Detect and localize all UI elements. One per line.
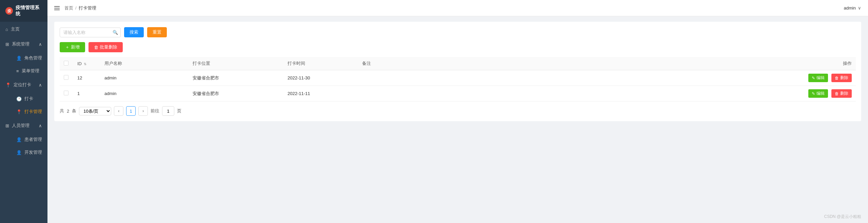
page-content: 🔍 搜索 重置 ＋ 新增 🗑 批量删除 (47, 16, 868, 223)
sidebar-logo: 疫 疫情管理系统 (0, 0, 47, 22)
row2-remark (358, 86, 802, 101)
sidebar-item-checkin[interactable]: 🕐 打卡 (11, 92, 47, 105)
grid2-icon: ⊞ (5, 123, 9, 128)
row2-location: 安徽省合肥市 (189, 86, 283, 101)
sidebar-item-label: 主页 (11, 26, 20, 32)
search-input[interactable] (60, 27, 121, 37)
sidebar-group-location[interactable]: 📍 定位打卡 ∧ (0, 77, 47, 92)
per-page-select[interactable]: 10条/页 20条/页 50条/页 (79, 107, 111, 115)
breadcrumb: 首页 / 打卡管理 (54, 5, 96, 11)
search-icon-btn[interactable]: 🔍 (113, 30, 118, 35)
chevron-up-icon: ∧ (39, 42, 42, 47)
row1-remark (358, 70, 802, 86)
pagination-bar: 共 2 条 10条/页 20条/页 50条/页 ‹ 1 › 前往 页 (60, 106, 856, 116)
breadcrumb-home[interactable]: 首页 (64, 5, 73, 11)
chevron-up-icon: ∧ (39, 123, 42, 128)
table-row: 12 admin 安徽省合肥市 2022-11-30 ✎ 编辑 🗑 (60, 70, 856, 86)
sidebar-item-label: 患者管理 (24, 136, 42, 143)
col-time-header: 打卡时间 (283, 57, 358, 70)
id-sort-icon[interactable]: ⇅ (84, 62, 86, 66)
data-table: ID ⇅ 用户名称 打卡位置 打卡时间 备注 (60, 57, 856, 101)
col-id-header: ID ⇅ (73, 57, 100, 70)
table-header-row: ID ⇅ 用户名称 打卡位置 打卡时间 备注 (60, 57, 856, 70)
plus-icon: ＋ (65, 44, 70, 50)
row1-check (60, 70, 73, 86)
footer-watermark: CSDN @是云小粗粗 (824, 214, 861, 220)
reset-button[interactable]: 重置 (147, 27, 167, 37)
edit-icon: ✎ (812, 76, 815, 80)
chevron-up-icon: ∧ (39, 82, 42, 88)
sidebar-item-label: 开发管理 (24, 149, 42, 155)
row2-delete-button[interactable]: 🗑 删除 (831, 89, 852, 98)
sidebar-item-menu-mgmt[interactable]: ≡ 菜单管理 (11, 64, 47, 77)
total-suffix: 条 (72, 108, 76, 114)
col-username-header: 用户名称 (100, 57, 189, 70)
breadcrumb-current: 打卡管理 (79, 5, 96, 11)
col-check-header (60, 57, 73, 70)
sidebar-item-label: 菜单管理 (22, 68, 39, 74)
row1-checkbox[interactable] (64, 75, 68, 80)
sidebar-item-role-mgmt[interactable]: 👤 角色管理 (11, 52, 47, 64)
goto-prefix: 前往 (151, 108, 159, 114)
row2-action: ✎ 编辑 🗑 删除 (802, 86, 856, 101)
select-all-checkbox[interactable] (64, 61, 68, 66)
sidebar-item-label: 打卡管理 (24, 109, 42, 115)
location-icon: 📍 (5, 82, 11, 88)
hamburger-icon[interactable] (54, 6, 60, 10)
edit-icon2: ✎ (812, 91, 815, 96)
sidebar: 疫 疫情管理系统 ⌂ 主页 ⊞ 系统管理 ∧ 👤 角色管理 ≡ 菜单管理 📍 定… (0, 0, 47, 223)
admin-arrow[interactable]: ∨ (858, 5, 861, 11)
header: 首页 / 打卡管理 admin ∨ (47, 0, 868, 16)
sidebar-group-sys-mgmt[interactable]: ⊞ 系统管理 ∧ (0, 37, 47, 52)
admin-label: admin (844, 5, 856, 11)
sidebar-group-person-mgmt[interactable]: ⊞ 人员管理 ∧ (0, 118, 47, 133)
row1-time: 2022-11-30 (283, 70, 358, 86)
sidebar-item-patient-mgmt[interactable]: 👤 患者管理 (11, 133, 47, 146)
delete-icon2: 🗑 (835, 76, 839, 80)
add-button[interactable]: ＋ 新增 (60, 42, 85, 52)
total-count: 2 (67, 109, 69, 114)
search-input-wrap: 🔍 (60, 27, 121, 37)
action-bar: ＋ 新增 🗑 批量删除 (60, 42, 856, 52)
col-action-header: 操作 (802, 57, 856, 70)
row2-edit-button[interactable]: ✎ 编辑 (808, 89, 828, 98)
sidebar-group-label: 定位打卡 (14, 82, 31, 88)
row1-delete-button[interactable]: 🗑 删除 (831, 74, 852, 82)
logo-icon: 疫 (5, 7, 13, 15)
goto-page-input[interactable] (162, 106, 174, 116)
sidebar-item-label: 角色管理 (24, 55, 42, 61)
row1-edit-button[interactable]: ✎ 编辑 (808, 74, 828, 82)
next-page-button[interactable]: › (138, 106, 148, 116)
sidebar-sub-location: 🕐 打卡 📍 打卡管理 (0, 92, 47, 118)
row2-username: admin (100, 86, 189, 101)
sidebar-sub-sys-mgmt: 👤 角色管理 ≡ 菜单管理 (0, 52, 47, 77)
sidebar-item-dev-mgmt[interactable]: 👤 开发管理 (11, 146, 47, 159)
clock-icon: 🕐 (16, 96, 22, 101)
current-page[interactable]: 1 (126, 106, 136, 116)
home-icon: ⌂ (5, 27, 8, 32)
person-icon: 👤 (16, 56, 22, 61)
goto-suffix: 页 (177, 108, 181, 114)
grid-icon: ⊞ (5, 42, 9, 47)
table-row: 1 admin 安徽省合肥市 2022-11-11 ✎ 编辑 🗑 (60, 86, 856, 101)
row2-checkbox[interactable] (64, 91, 68, 95)
breadcrumb-separator: / (75, 5, 77, 11)
search-button[interactable]: 搜索 (124, 27, 144, 37)
row2-time: 2022-11-11 (283, 86, 358, 101)
sidebar-item-checkin-mgmt[interactable]: 📍 打卡管理 (11, 105, 47, 118)
row2-check (60, 86, 73, 101)
row1-location: 安徽省合肥市 (189, 70, 283, 86)
total-prefix: 共 (60, 108, 64, 114)
prev-page-button[interactable]: ‹ (114, 106, 123, 116)
row1-username: admin (100, 70, 189, 86)
delete-icon: 🗑 (94, 45, 98, 50)
row1-action: ✎ 编辑 🗑 删除 (802, 70, 856, 86)
app-title: 疫情管理系统 (16, 5, 42, 17)
batch-delete-button[interactable]: 🗑 批量删除 (88, 42, 123, 52)
row2-id: 1 (73, 86, 100, 101)
sidebar-item-home[interactable]: ⌂ 主页 (0, 22, 47, 37)
header-right: admin ∨ (844, 5, 861, 11)
sidebar-group-label: 系统管理 (12, 41, 29, 47)
menu-icon: ≡ (16, 69, 19, 74)
table-body: 12 admin 安徽省合肥市 2022-11-30 ✎ 编辑 🗑 (60, 70, 856, 101)
